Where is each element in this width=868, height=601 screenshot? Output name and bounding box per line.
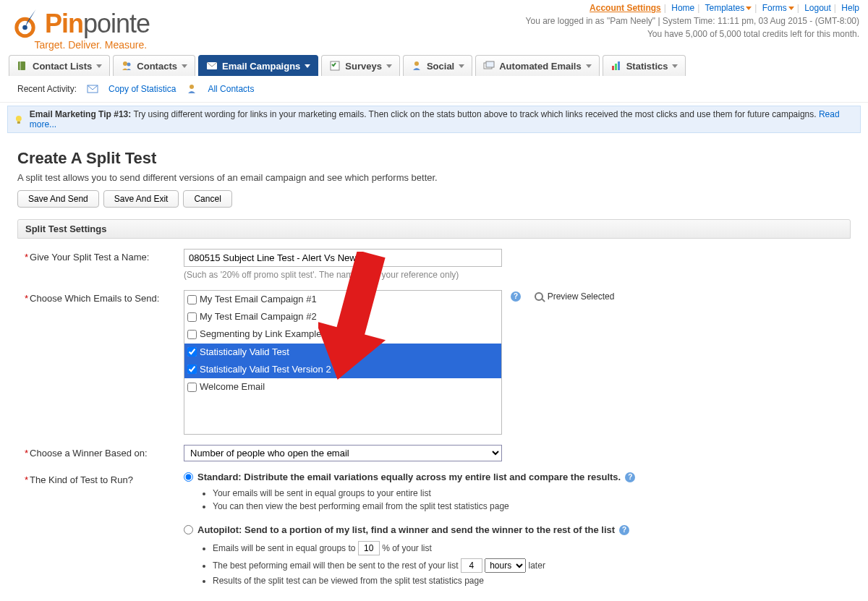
person-icon	[186, 83, 197, 95]
nav-surveys[interactable]: Surveys	[321, 55, 400, 76]
svg-point-15	[190, 85, 194, 89]
chevron-down-icon	[788, 7, 794, 10]
brand-part2: pointe	[83, 9, 150, 38]
help-icon[interactable]: ?	[625, 472, 635, 482]
name-note: (Such as '20% off promo split test'. The…	[184, 270, 843, 280]
nav-contact-lists[interactable]: Contact Lists	[9, 55, 110, 76]
autopilot-delay-unit-select[interactable]: hours	[485, 558, 526, 573]
main-nav: Contact Lists Contacts Email Campaigns S…	[0, 55, 868, 76]
svg-rect-11	[612, 66, 614, 70]
svg-rect-2	[18, 61, 25, 70]
autopilot-b1b: % of your list	[382, 543, 432, 553]
recent-label: Recent Activity:	[17, 84, 77, 94]
save-and-send-button[interactable]: Save And Send	[17, 190, 99, 208]
email-option-label: Statistically Valid Test	[200, 346, 289, 359]
cancel-button[interactable]: Cancel	[183, 190, 231, 208]
email-option[interactable]: My Test Email Campaign #1	[184, 291, 501, 308]
help-icon[interactable]: ?	[619, 525, 629, 535]
nav-statistics[interactable]: Statistics	[603, 55, 686, 76]
page-title: Create A Split Test	[17, 149, 851, 168]
standard-radio[interactable]	[184, 472, 193, 482]
email-option-checkbox[interactable]	[187, 330, 197, 339]
standard-title: Standard: Distribute the email variation…	[197, 472, 621, 482]
autopilot-b2b: later	[529, 560, 545, 571]
book-icon	[17, 60, 28, 72]
recent-activity-bar: Recent Activity: Copy of Statistica All …	[0, 76, 868, 103]
checklist-icon	[329, 60, 341, 72]
email-option-checkbox[interactable]	[187, 383, 197, 392]
autopilot-bullet-3: Results of the split test can be viewed …	[213, 574, 843, 587]
svg-rect-13	[618, 61, 620, 70]
svg-rect-10	[486, 61, 494, 67]
emails-listbox[interactable]: My Test Email Campaign #1My Test Email C…	[184, 290, 502, 435]
tip-prefix: Email Marketing Tip #13:	[30, 109, 132, 119]
help-link[interactable]: Help	[841, 3, 859, 13]
split-test-name-input[interactable]	[184, 249, 502, 267]
svg-rect-17	[17, 122, 20, 124]
email-option[interactable]: Segmenting by Link Example	[184, 325, 501, 343]
emails-label: Choose Which Emails to Send:	[30, 293, 159, 304]
credits-status: You have 5,000 of 5,000 total credits le…	[526, 27, 859, 41]
svg-rect-12	[615, 64, 617, 70]
email-option-checkbox[interactable]	[187, 295, 197, 304]
chevron-down-icon	[459, 64, 464, 68]
svg-rect-3	[20, 61, 21, 70]
tip-banner: Email Marketing Tip #13: Try using diffe…	[7, 106, 861, 133]
svg-point-4	[123, 61, 127, 66]
email-option[interactable]: Welcome Email	[184, 378, 501, 396]
email-option-checkbox[interactable]	[187, 365, 197, 374]
email-option[interactable]: My Test Email Campaign #2	[184, 308, 501, 325]
bar-chart-icon	[610, 60, 622, 72]
chevron-down-icon	[746, 7, 752, 10]
login-status: You are logged in as "Pam Neely" | Syste…	[526, 14, 859, 27]
email-option-label: Statistically Valid Test Version 2	[200, 363, 331, 376]
brand-part1: Pin	[45, 9, 83, 38]
lightbulb-icon	[14, 114, 24, 124]
winner-criteria-select[interactable]: Number of people who open the email	[184, 445, 502, 461]
save-and-exit-button[interactable]: Save And Exit	[103, 190, 179, 208]
page-description: A split test allows you to send differen…	[17, 172, 851, 183]
help-icon[interactable]: ?	[511, 291, 521, 302]
logout-link[interactable]: Logout	[804, 3, 831, 13]
autopilot-radio[interactable]	[184, 525, 193, 534]
chevron-down-icon	[586, 64, 592, 68]
autopilot-title: Autopilot: Send to a portion of my list,…	[197, 524, 615, 535]
email-option-label: My Test Email Campaign #1	[200, 293, 317, 306]
account-settings-link[interactable]: Account Settings	[590, 3, 661, 13]
envelope-icon	[87, 83, 98, 95]
nav-contacts[interactable]: Contacts	[113, 55, 195, 76]
autopilot-delay-input[interactable]	[461, 558, 482, 573]
forms-link[interactable]: Forms	[762, 3, 787, 13]
panel-heading: Split Test Settings	[17, 219, 851, 239]
nav-social[interactable]: Social	[403, 55, 472, 76]
magnify-icon	[535, 292, 543, 301]
email-option-label: Segmenting by Link Example	[200, 328, 321, 341]
svg-point-5	[127, 63, 131, 67]
chevron-down-icon	[182, 64, 187, 68]
templates-link[interactable]: Templates	[705, 3, 745, 13]
standard-bullet-1: Your emails will be sent in equal groups…	[213, 487, 843, 500]
home-link[interactable]: Home	[671, 3, 694, 13]
name-label: Give Your Split Test a Name:	[30, 252, 149, 263]
svg-point-16	[16, 116, 22, 122]
email-option-label: My Test Email Campaign #2	[200, 310, 317, 323]
recent-item-2[interactable]: All Contacts	[208, 84, 254, 94]
top-links: Account Settings| Home| Templates| Forms…	[526, 1, 859, 51]
kind-label: The Kind of Test to Run?	[30, 474, 133, 485]
email-option-label: Welcome Email	[200, 380, 265, 393]
chevron-down-icon	[672, 64, 678, 68]
email-option[interactable]: Statistically Valid Test	[184, 344, 501, 361]
nav-automated-emails[interactable]: Automated Emails	[475, 55, 599, 76]
recent-item-1[interactable]: Copy of Statistica	[109, 84, 176, 94]
email-option-checkbox[interactable]	[187, 312, 197, 322]
tip-text: Try using different wording for links in…	[133, 109, 816, 119]
person-icon	[411, 60, 422, 72]
email-option[interactable]: Statistically Valid Test Version 2	[184, 361, 501, 378]
email-option-checkbox[interactable]	[187, 347, 197, 357]
autopilot-percent-input[interactable]	[358, 541, 380, 555]
preview-selected-link[interactable]: Preview Selected	[548, 291, 615, 302]
nav-email-campaigns[interactable]: Email Campaigns	[198, 55, 318, 76]
envelopes-icon	[483, 60, 495, 72]
chevron-down-icon	[386, 64, 392, 68]
standard-bullet-2: You can then view the best performing em…	[213, 500, 843, 513]
